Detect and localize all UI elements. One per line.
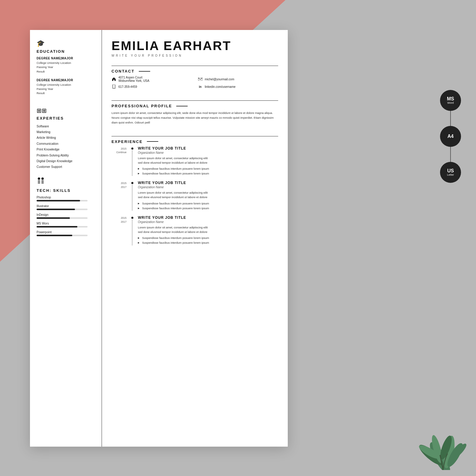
skill-bar-fill [37,226,77,228]
linkedin-icon: in [198,84,203,89]
contact-grid: 4071 Aspen CourtWoburnNew York, USA mich… [112,76,278,89]
edu-year-1: Passing Year [37,65,95,69]
profile-text: Lorem ipsum dolor sit amet, consectetur … [112,111,278,125]
contact-heading: CONTACT [112,69,278,73]
svg-rect-3 [41,180,44,181]
skill-row-msword: MS Wors [37,222,95,228]
svg-point-10 [114,88,114,88]
edu-result-2: Result [37,91,95,95]
badge-ms-word: MS Word [440,90,461,111]
contact-phone: 617-359-4459 [112,84,192,89]
linkedin-text: linkedin.com/username [205,85,236,88]
experties-list: Software Marketing Article Writing Commu… [37,123,95,170]
exp-org-2: Organization Name [138,186,278,189]
badge-ms-sub: Word [447,101,454,105]
tech-icon [37,177,95,186]
badges-column: MS Word A4 US Letter [440,90,461,183]
skill-bar-fill [37,235,72,236]
sidebar: 🎓 Education DEGREE NAME|MAJOR College Un… [30,30,102,447]
badge-a4: A4 [440,126,461,147]
svg-point-0 [38,177,40,180]
exp-desc-1: Lorem ipsum dolor sit amet, consectetur … [138,156,278,165]
header-divider [112,66,278,66]
edu-entry-2: DEGREE NAME|MAJOR College University Loc… [37,79,95,96]
skill-bars: Photoshop Illustrator InDesign [37,196,95,236]
contact-linkedin: in linkedin.com/username [198,84,278,89]
experties-icon: ⊞⊞ [37,107,95,114]
edu-entry-1: DEGREE NAME|MAJOR College University Loc… [37,57,95,74]
exp-bullet: Suspendisse faucibus interdum posuere lo… [138,171,278,176]
edu-location-2: College University Location [37,83,95,87]
skill-bar-fill [37,217,70,219]
svg-rect-7 [41,183,44,183]
skill-row-illustrator: Illustrator [37,204,95,210]
exp-year-end-2: 2017 [112,185,126,189]
phone-text: 617-359-4459 [118,85,137,88]
skill-bar-bg [37,235,88,236]
badge-us-letter: US Letter [440,162,461,183]
experties-title: Experties [37,116,95,120]
exp-bullet: Suspendisse faucibus interdum posuere lo… [138,201,278,206]
badge-connector-2 [450,147,451,162]
exp-year-start-2: 2015 [112,181,126,185]
skill-bar-bg [37,226,88,228]
exp-bullets-2: Suspendisse faucibus interdum posuere lo… [138,201,278,211]
exp-timeline-1 [129,146,135,176]
experience-entry-3: 2015 2017 WRITE YOUR JOB TITLE Organizat… [112,216,278,245]
svg-rect-6 [38,183,40,183]
tech-skills-section: Tech: Skills Photoshop Illustrator InDes… [37,177,95,239]
exp-org-1: Organization Name [138,151,278,154]
exp-year-1: 2015 Continue [112,146,129,176]
contact-address: 4071 Aspen CourtWoburnNew York, USA [112,76,192,82]
education-icon: 🎓 [37,40,95,47]
experience-entry-1: 2015 Continue WRITE YOUR JOB TITLE Organ… [112,146,278,176]
badge-connector-1 [450,111,451,126]
expertie-item: Digital Design Knowledge [37,158,95,164]
contact-divider [112,100,278,101]
main-content: EMILIA EARHART WRITE YOUR PROFESSION CON… [102,30,288,447]
exp-dot-3 [131,217,133,219]
resume-header: EMILIA EARHART WRITE YOUR PROFESSION [112,39,278,57]
exp-bullets-1: Suspendisse faucibus interdum posuere lo… [138,166,278,176]
exp-timeline-2 [129,181,135,211]
exp-bullet: Suspendisse faucibus interdum posuere lo… [138,206,278,211]
svg-rect-8 [198,78,202,81]
expertie-item: Problem-Solving Ability [37,153,95,158]
experience-section: EXPERIENCE 2015 Continue WRITE YOUR JOB [112,139,278,250]
edu-degree-2: DEGREE NAME|MAJOR [37,79,95,82]
exp-content-2: WRITE YOUR JOB TITLE Organization Name L… [135,181,278,211]
address-text: 4071 Aspen CourtWoburnNew York, USA [118,76,149,82]
email-text: michel@yourmail.com [205,78,234,81]
edu-result-1: Result [37,70,95,74]
experties-section: ⊞⊞ Experties Software Marketing Article … [37,107,95,170]
home-icon [112,77,116,82]
expertie-item: Customer Support [37,164,95,170]
skill-row-powerpoint: Powerpoint [37,231,95,236]
contact-email: michel@yourmail.com [198,76,278,82]
exp-bullet: Suspendisse faucibus interdum posuere lo… [138,166,278,171]
profile-section: PROFESSIONAL PROFILE Lorem ipsum dolor s… [112,104,278,126]
badge-ms-main: MS [447,97,454,101]
skill-name: Powerpoint [37,231,95,234]
skill-bar-fill [37,200,80,201]
experience-entries: 2015 Continue WRITE YOUR JOB TITLE Organ… [112,146,278,250]
exp-bullet: Suspendisse faucibus interdum posuere lo… [138,236,278,240]
expertie-item: Software [37,123,95,129]
exp-org-3: Organization Name [138,220,278,224]
profile-heading: PROFESSIONAL PROFILE [112,104,278,108]
exp-year-2: 2015 2017 [112,181,129,211]
skill-name: MS Wors [37,222,95,225]
profile-heading-line [176,106,188,106]
edu-year-2: Passing Year [37,87,95,91]
experience-heading: EXPERIENCE [112,139,278,144]
exp-year-end-3: 2017 [112,220,126,224]
resume-card: 🎓 Education DEGREE NAME|MAJOR College Un… [30,30,288,447]
svg-point-1 [41,177,44,180]
exp-content-1: WRITE YOUR JOB TITLE Organization Name L… [135,146,278,176]
exp-desc-3: Lorem ipsum dolor sit amet, consectetur … [138,225,278,234]
education-section: 🎓 Education DEGREE NAME|MAJOR College Un… [37,40,95,100]
svg-rect-2 [38,180,40,181]
edu-location-1: College University Location [37,61,95,65]
skill-bar-fill [37,209,75,210]
edu-degree-1: DEGREE NAME|MAJOR [37,57,95,60]
